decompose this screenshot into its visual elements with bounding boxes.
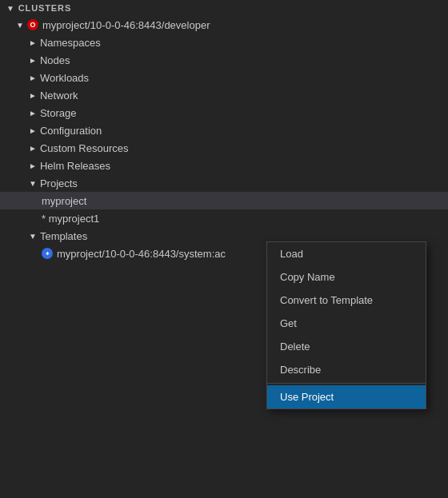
- template-entry-label: myproject/10-0-0-46:8443/system:ac: [57, 248, 226, 260]
- context-menu-item-copy-name[interactable]: Copy Name: [267, 265, 426, 289]
- context-menu-separator: [267, 383, 426, 384]
- namespaces-label: Namespaces: [40, 37, 101, 49]
- delete-label: Delete: [280, 341, 310, 353]
- sidebar-item-myproject[interactable]: myproject: [0, 192, 448, 209]
- sidebar-item-helm-releases[interactable]: ► Helm Releases: [0, 157, 448, 174]
- k8s-icon: ✦: [42, 248, 53, 259]
- load-label: Load: [280, 248, 303, 260]
- clusters-section-header[interactable]: ▼ CLUSTERS: [0, 0, 448, 16]
- sidebar-item-namespaces[interactable]: ► Namespaces: [0, 34, 448, 51]
- configuration-label: Configuration: [40, 125, 102, 137]
- cluster-label: myproject/10-0-0-46:8443/developer: [42, 19, 210, 31]
- storage-chevron: ►: [29, 109, 37, 118]
- openshift-icon: O: [27, 19, 38, 30]
- projects-label: Projects: [40, 177, 78, 189]
- context-menu: Load Copy Name Convert to Template Get D…: [266, 241, 426, 409]
- storage-label: Storage: [40, 107, 77, 119]
- clusters-title: CLUSTERS: [18, 3, 71, 13]
- context-menu-item-get[interactable]: Get: [267, 312, 426, 335]
- workloads-label: Workloads: [40, 72, 89, 84]
- helm-releases-label: Helm Releases: [40, 160, 110, 172]
- nodes-chevron: ►: [29, 56, 37, 65]
- templates-label: Templates: [40, 230, 87, 242]
- sidebar-item-projects[interactable]: ▼ Projects: [0, 174, 448, 192]
- sidebar-item-storage[interactable]: ► Storage: [0, 104, 448, 122]
- cluster-item[interactable]: ▼ O myproject/10-0-0-46:8443/developer: [0, 16, 448, 34]
- sidebar-item-myproject1[interactable]: * myproject1: [0, 209, 448, 227]
- custom-resources-chevron: ►: [29, 144, 37, 153]
- projects-chevron: ▼: [29, 179, 37, 188]
- get-label: Get: [280, 317, 297, 329]
- sidebar-item-configuration[interactable]: ► Configuration: [0, 122, 448, 139]
- cluster-expand-chevron: ▼: [16, 21, 24, 30]
- myproject1-label: * myproject1: [42, 213, 99, 225]
- namespaces-chevron: ►: [29, 38, 37, 47]
- network-chevron: ►: [29, 91, 37, 100]
- helm-releases-chevron: ►: [29, 161, 37, 170]
- use-project-label: Use Project: [280, 391, 334, 403]
- sidebar-item-network[interactable]: ► Network: [0, 86, 448, 104]
- custom-resources-label: Custom Resources: [40, 142, 129, 154]
- network-label: Network: [40, 90, 78, 102]
- nodes-label: Nodes: [40, 54, 70, 66]
- sidebar-item-workloads[interactable]: ► Workloads: [0, 69, 448, 86]
- sidebar-item-nodes[interactable]: ► Nodes: [0, 51, 448, 69]
- context-menu-item-use-project[interactable]: Use Project: [267, 385, 426, 408]
- context-menu-item-convert-to-template[interactable]: Convert to Template: [267, 289, 426, 312]
- workloads-chevron: ►: [29, 74, 37, 82]
- sidebar-item-custom-resources[interactable]: ► Custom Resources: [0, 139, 448, 157]
- context-menu-item-delete[interactable]: Delete: [267, 335, 426, 358]
- clusters-chevron: ▼: [6, 4, 15, 13]
- context-menu-item-describe[interactable]: Describe: [267, 358, 426, 381]
- context-menu-item-load[interactable]: Load: [267, 242, 426, 265]
- templates-chevron: ▼: [29, 232, 37, 241]
- describe-label: Describe: [280, 364, 321, 376]
- copy-name-label: Copy Name: [280, 271, 335, 283]
- myproject-label: myproject: [42, 195, 86, 207]
- configuration-chevron: ►: [29, 126, 37, 135]
- sidebar: ▼ CLUSTERS ▼ O myproject/10-0-0-46:8443/…: [0, 0, 448, 498]
- convert-to-template-label: Convert to Template: [280, 294, 373, 306]
